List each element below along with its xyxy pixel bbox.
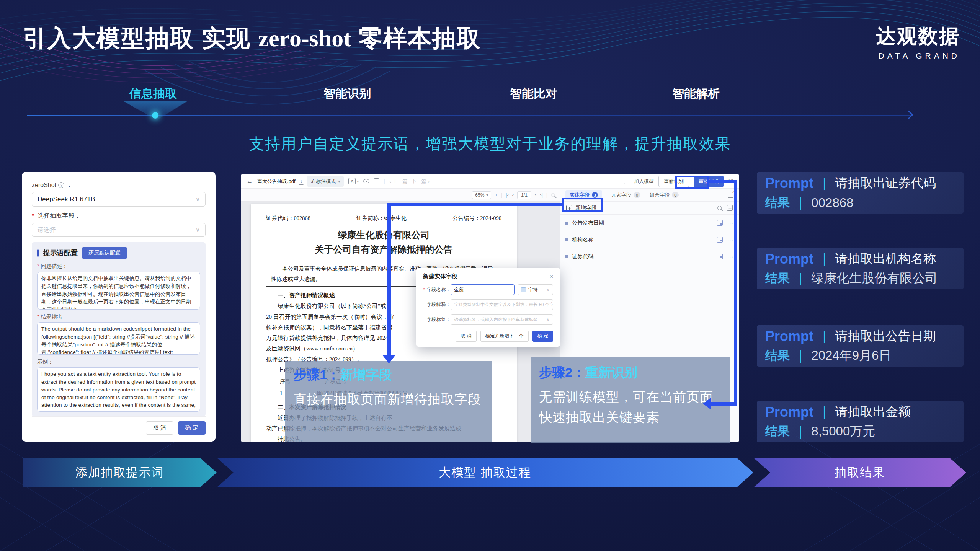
prev-page-button[interactable]: ‹ — [512, 192, 514, 198]
example-textarea[interactable]: I hope you act as a text entity extracti… — [37, 367, 200, 412]
tab-info-extraction[interactable]: 信息抽取 — [129, 86, 177, 102]
zoom-in-button[interactable]: + — [495, 192, 498, 198]
output-label: *结果输出： — [37, 313, 200, 320]
model-label: zeroShot ? ： — [32, 181, 206, 189]
more-icon[interactable]: ··· — [727, 220, 733, 226]
doc-subtitle: 关于公司自有资产解除抵押的公告 — [266, 243, 501, 256]
search-icon[interactable] — [551, 193, 555, 197]
field-type-select[interactable]: 字符 ∨ — [518, 284, 553, 295]
required-star: * — [37, 313, 39, 320]
locate-region-icon[interactable] — [717, 254, 723, 259]
prompt-text: 请抽取出机构名称 — [835, 250, 936, 267]
tab-element-fields[interactable]: 元素字段 0 — [611, 192, 640, 199]
entity-count-badge: 3 — [592, 192, 598, 198]
field-explain-input[interactable]: 字符类型限制中英文数字以及下划线，最长 50 个字符 — [451, 299, 553, 310]
model-select[interactable]: DeepSeek R1 671B ∨ — [32, 192, 206, 207]
modal-confirm-next-button[interactable]: 确定并新增下一个 — [480, 331, 529, 342]
separator: ｜ — [818, 403, 830, 421]
modal-cancel-button[interactable]: 取 消 — [456, 331, 476, 342]
field-select[interactable]: 请选择 ∨ — [32, 223, 206, 237]
type-color-icon — [521, 287, 526, 292]
page-title: 引入大模型抽取 实现 zero-shot 零样本抽取 — [23, 22, 481, 54]
caret-down-icon: ▾ — [338, 179, 340, 183]
view-icon[interactable] — [363, 179, 369, 183]
last-page-button[interactable]: ›| — [540, 192, 543, 198]
toolbar-divider: | — [384, 178, 385, 184]
page-icon[interactable] — [374, 178, 379, 184]
cancel-button[interactable]: 取 消 — [146, 421, 173, 435]
tool-toolbar: ← 重大公告抽取.pdf ↓ 右标注模式 ▾ A ▾ | ‹ 上一篇 下一篇 ›… — [241, 174, 739, 189]
result-label: 结果 — [765, 347, 790, 364]
separator: ｜ — [818, 174, 830, 192]
arrow2-head-icon — [703, 398, 711, 410]
next-doc-button[interactable]: 下一篇 › — [412, 178, 430, 185]
close-icon[interactable]: × — [550, 273, 553, 280]
font-tool-button[interactable]: A ▾ — [348, 178, 359, 184]
separator: ｜ — [794, 194, 807, 211]
next-icon: › — [428, 178, 429, 184]
result-text: 002868 — [811, 196, 853, 210]
result-text: 2024年9月6日 — [811, 347, 891, 364]
prompt-label: Prompt — [765, 404, 813, 420]
confirm-button[interactable]: 确 定 — [178, 421, 206, 435]
progress-arrow-icon — [905, 111, 913, 119]
field-name-input[interactable]: 金额 — [451, 284, 514, 295]
tab-combo-fields[interactable]: 组合字段 0 — [650, 192, 679, 199]
required-star: * — [37, 263, 39, 269]
question-label: *问题描述： — [37, 263, 200, 270]
export-icon[interactable]: ↗ — [728, 192, 733, 198]
prompt-text: 请抽取出公告日期 — [835, 328, 936, 345]
next-page-button[interactable]: › — [535, 192, 536, 198]
prompt-label: Prompt — [765, 175, 813, 191]
prompt-card-1: Prompt ｜ 请抽取出证券代码 结果 ｜ 002868 — [757, 172, 964, 214]
zoom-level-select[interactable]: 65% ▾ — [472, 191, 491, 199]
output-textarea[interactable]: The output should be a markdown codesnip… — [37, 322, 200, 355]
prompt-text: 请抽取出证券代码 — [835, 174, 936, 192]
field-tag-select[interactable]: 请选择标签，或输入内容按下回车新建标签 ∨ — [451, 314, 553, 325]
doc-sec-abbr: 证券简称：绿康生化 — [356, 213, 407, 223]
section-bar — [37, 249, 39, 257]
bullet-icon — [565, 238, 568, 241]
arrow1-head-icon — [382, 355, 395, 364]
tab-smart-recognition[interactable]: 智能识别 — [323, 86, 371, 102]
restore-default-button[interactable]: 还原默认配置 — [82, 247, 127, 259]
back-icon[interactable]: ← — [247, 178, 253, 185]
field-row-org-name[interactable]: 机构名称 ··· — [565, 231, 733, 248]
model-select-value: DeepSeek R1 671B — [38, 196, 95, 203]
tab-smart-parse[interactable]: 智能解析 — [672, 86, 720, 102]
zoom-out-button[interactable]: − — [466, 192, 469, 198]
highlight-box-reidentify — [675, 176, 709, 189]
join-model-checkbox[interactable] — [624, 179, 629, 184]
zoom-level-value: 65% — [475, 192, 484, 198]
more-icon[interactable]: ··· — [727, 237, 733, 243]
locate-region-icon[interactable] — [717, 237, 723, 243]
question-textarea[interactable]: 你非常擅长从给定的文档中抽取出关键信息。请从我给到的文档中把关键信息提取出来，你… — [37, 272, 200, 310]
field-row-announce-date[interactable]: 公告发布日期 ··· — [565, 215, 733, 231]
help-icon[interactable]: ? — [58, 182, 64, 188]
arrow2-line — [734, 180, 737, 406]
chevron-down-icon: ∨ — [546, 317, 550, 322]
field-name-label: *字段名称： — [423, 287, 451, 293]
collapse-icon[interactable] — [727, 205, 733, 211]
next-doc-label: 下一篇 — [412, 178, 426, 184]
flow-banner-add-prompt: 添加抽取提示词 — [23, 458, 217, 487]
doc-pager: ‹ 上一篇 下一篇 › — [390, 178, 430, 185]
step2-title: 重新识别 — [585, 365, 637, 380]
result-label: 结果 — [765, 423, 790, 440]
field-row-sec-code[interactable]: 证券代码 ··· — [565, 248, 733, 265]
first-page-button[interactable]: |‹ — [506, 192, 509, 198]
locate-region-icon[interactable] — [717, 220, 723, 226]
caret-down-icon: ▾ — [357, 179, 359, 183]
more-icon[interactable]: ··· — [727, 254, 733, 259]
doc-sec-code: 证券代码：002868 — [266, 213, 310, 223]
download-icon[interactable]: ↓ — [300, 178, 303, 184]
new-field-modal: 新建实体字段 × *字段名称： 金额 字符 ∨ 字段解释： 字符类型限制中英文数… — [416, 268, 560, 347]
prev-doc-button[interactable]: ‹ 上一篇 — [390, 178, 408, 185]
viewer-divider: | — [501, 192, 502, 198]
modal-confirm-button[interactable]: 确 定 — [532, 331, 553, 342]
tab-smart-compare[interactable]: 智能比对 — [510, 86, 557, 102]
search-fields-icon[interactable] — [717, 206, 722, 210]
prompt-config-section: 提示语配置 还原默认配置 *问题描述： 你非常擅长从给定的文档中抽取出关键信息。… — [32, 242, 206, 416]
tab-entity-label: 实体字段 — [570, 192, 590, 199]
annotate-mode-button[interactable]: 右标注模式 ▾ — [307, 176, 344, 187]
